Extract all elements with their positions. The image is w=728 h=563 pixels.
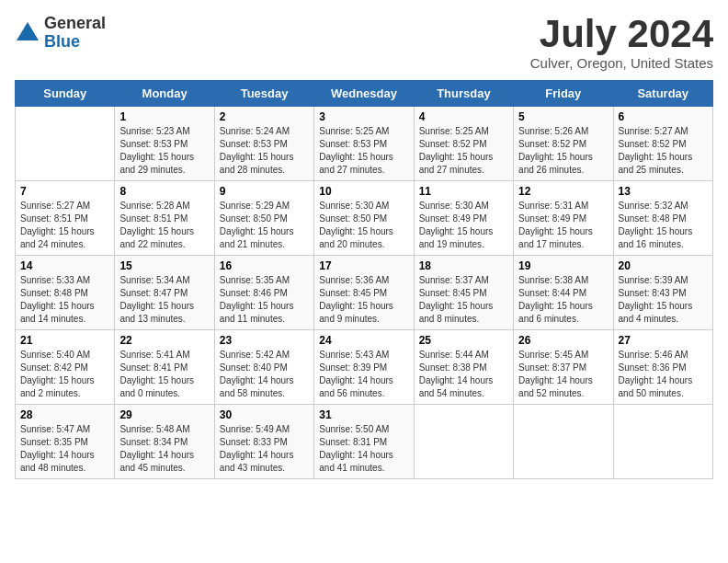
day-info: Sunrise: 5:50 AMSunset: 8:31 PMDaylight:…	[319, 423, 408, 475]
day-info: Sunrise: 5:27 AMSunset: 8:52 PMDaylight:…	[619, 125, 708, 177]
day-info: Sunrise: 5:29 AMSunset: 8:50 PMDaylight:…	[220, 200, 309, 251]
day-info: Sunrise: 5:30 AMSunset: 8:49 PMDaylight:…	[419, 200, 508, 251]
day-info: Sunrise: 5:46 AMSunset: 8:36 PMDaylight:…	[619, 349, 708, 400]
calendar-week-3: 14Sunrise: 5:33 AMSunset: 8:48 PMDayligh…	[16, 256, 713, 330]
header-monday: Monday	[115, 81, 214, 107]
location: Culver, Oregon, United States	[530, 55, 713, 71]
header-thursday: Thursday	[414, 81, 513, 107]
calendar-cell: 11Sunrise: 5:30 AMSunset: 8:49 PMDayligh…	[414, 181, 513, 256]
day-number: 31	[319, 408, 408, 421]
calendar-cell: 26Sunrise: 5:45 AMSunset: 8:37 PMDayligh…	[514, 330, 613, 405]
logo-icon	[15, 20, 40, 46]
calendar-week-4: 21Sunrise: 5:40 AMSunset: 8:42 PMDayligh…	[16, 330, 713, 405]
day-number: 4	[419, 110, 508, 123]
logo-text: General Blue	[44, 15, 106, 52]
calendar-cell: 28Sunrise: 5:47 AMSunset: 8:35 PMDayligh…	[16, 405, 115, 479]
calendar-cell: 15Sunrise: 5:34 AMSunset: 8:47 PMDayligh…	[115, 256, 214, 330]
calendar-cell: 21Sunrise: 5:40 AMSunset: 8:42 PMDayligh…	[16, 330, 115, 405]
title-block: July 2024 Culver, Oregon, United States	[530, 15, 713, 71]
day-number: 27	[619, 334, 708, 347]
calendar-cell: 4Sunrise: 5:25 AMSunset: 8:52 PMDaylight…	[414, 107, 513, 181]
page-header: General Blue July 2024 Culver, Oregon, U…	[15, 15, 713, 71]
calendar-week-2: 7Sunrise: 5:27 AMSunset: 8:51 PMDaylight…	[16, 181, 713, 256]
day-number: 20	[619, 259, 708, 272]
day-number: 14	[20, 259, 109, 272]
calendar-cell	[16, 107, 115, 181]
calendar-cell: 31Sunrise: 5:50 AMSunset: 8:31 PMDayligh…	[314, 405, 414, 479]
day-number: 11	[419, 185, 508, 198]
day-info: Sunrise: 5:40 AMSunset: 8:42 PMDaylight:…	[20, 349, 109, 400]
day-info: Sunrise: 5:30 AMSunset: 8:50 PMDaylight:…	[319, 200, 408, 251]
day-info: Sunrise: 5:37 AMSunset: 8:45 PMDaylight:…	[419, 274, 508, 326]
calendar-cell: 18Sunrise: 5:37 AMSunset: 8:45 PMDayligh…	[414, 256, 513, 330]
svg-rect-1	[24, 33, 31, 40]
day-info: Sunrise: 5:33 AMSunset: 8:48 PMDaylight:…	[20, 274, 109, 326]
calendar-header: Sunday Monday Tuesday Wednesday Thursday…	[16, 81, 713, 107]
calendar-cell	[514, 405, 613, 479]
calendar-cell: 1Sunrise: 5:23 AMSunset: 8:53 PMDaylight…	[115, 107, 214, 181]
day-number: 2	[220, 110, 309, 123]
day-number: 16	[220, 259, 309, 272]
day-info: Sunrise: 5:25 AMSunset: 8:52 PMDaylight:…	[419, 125, 508, 177]
day-info: Sunrise: 5:23 AMSunset: 8:53 PMDaylight:…	[119, 125, 209, 177]
day-number: 17	[319, 259, 408, 272]
day-number: 7	[20, 185, 109, 198]
day-number: 12	[518, 185, 608, 198]
calendar-cell: 17Sunrise: 5:36 AMSunset: 8:45 PMDayligh…	[314, 256, 414, 330]
header-wednesday: Wednesday	[314, 81, 414, 107]
calendar-week-1: 1Sunrise: 5:23 AMSunset: 8:53 PMDaylight…	[16, 107, 713, 181]
header-tuesday: Tuesday	[214, 81, 313, 107]
calendar-week-5: 28Sunrise: 5:47 AMSunset: 8:35 PMDayligh…	[16, 405, 713, 479]
day-number: 19	[518, 259, 608, 272]
calendar-cell: 30Sunrise: 5:49 AMSunset: 8:33 PMDayligh…	[214, 405, 313, 479]
day-info: Sunrise: 5:24 AMSunset: 8:53 PMDaylight:…	[220, 125, 309, 177]
day-number: 3	[319, 110, 408, 123]
day-info: Sunrise: 5:36 AMSunset: 8:45 PMDaylight:…	[319, 274, 408, 326]
day-info: Sunrise: 5:34 AMSunset: 8:47 PMDaylight:…	[119, 274, 209, 326]
calendar-body: 1Sunrise: 5:23 AMSunset: 8:53 PMDaylight…	[16, 107, 713, 479]
day-info: Sunrise: 5:38 AMSunset: 8:44 PMDaylight:…	[518, 274, 608, 326]
day-info: Sunrise: 5:27 AMSunset: 8:51 PMDaylight:…	[20, 200, 109, 251]
day-number: 6	[619, 110, 708, 123]
day-info: Sunrise: 5:32 AMSunset: 8:48 PMDaylight:…	[619, 200, 708, 251]
day-number: 1	[119, 110, 209, 123]
calendar-cell: 27Sunrise: 5:46 AMSunset: 8:36 PMDayligh…	[613, 330, 712, 405]
day-number: 28	[20, 408, 109, 421]
day-number: 13	[619, 185, 708, 198]
day-info: Sunrise: 5:49 AMSunset: 8:33 PMDaylight:…	[220, 423, 309, 475]
calendar-cell: 7Sunrise: 5:27 AMSunset: 8:51 PMDaylight…	[16, 181, 115, 256]
day-info: Sunrise: 5:48 AMSunset: 8:34 PMDaylight:…	[119, 423, 209, 475]
calendar-cell: 24Sunrise: 5:43 AMSunset: 8:39 PMDayligh…	[314, 330, 414, 405]
day-number: 21	[20, 334, 109, 347]
day-info: Sunrise: 5:35 AMSunset: 8:46 PMDaylight:…	[220, 274, 309, 326]
day-number: 30	[220, 408, 309, 421]
month-title: July 2024	[530, 15, 713, 53]
header-sunday: Sunday	[16, 81, 115, 107]
calendar-cell: 20Sunrise: 5:39 AMSunset: 8:43 PMDayligh…	[613, 256, 712, 330]
day-info: Sunrise: 5:28 AMSunset: 8:51 PMDaylight:…	[119, 200, 209, 251]
calendar-cell: 14Sunrise: 5:33 AMSunset: 8:48 PMDayligh…	[16, 256, 115, 330]
calendar-cell	[414, 405, 513, 479]
day-number: 10	[319, 185, 408, 198]
day-number: 18	[419, 259, 508, 272]
logo: General Blue	[15, 15, 106, 52]
day-info: Sunrise: 5:31 AMSunset: 8:49 PMDaylight:…	[518, 200, 608, 251]
calendar-cell: 8Sunrise: 5:28 AMSunset: 8:51 PMDaylight…	[115, 181, 214, 256]
day-info: Sunrise: 5:43 AMSunset: 8:39 PMDaylight:…	[319, 349, 408, 400]
calendar-cell: 25Sunrise: 5:44 AMSunset: 8:38 PMDayligh…	[414, 330, 513, 405]
calendar-cell: 12Sunrise: 5:31 AMSunset: 8:49 PMDayligh…	[514, 181, 613, 256]
day-number: 29	[119, 408, 209, 421]
calendar-cell: 5Sunrise: 5:26 AMSunset: 8:52 PMDaylight…	[514, 107, 613, 181]
calendar-cell: 29Sunrise: 5:48 AMSunset: 8:34 PMDayligh…	[115, 405, 214, 479]
calendar-cell	[613, 405, 712, 479]
calendar-cell: 9Sunrise: 5:29 AMSunset: 8:50 PMDaylight…	[214, 181, 313, 256]
calendar-table: Sunday Monday Tuesday Wednesday Thursday…	[15, 80, 713, 479]
day-info: Sunrise: 5:39 AMSunset: 8:43 PMDaylight:…	[619, 274, 708, 326]
day-info: Sunrise: 5:47 AMSunset: 8:35 PMDaylight:…	[20, 423, 109, 475]
calendar-cell: 22Sunrise: 5:41 AMSunset: 8:41 PMDayligh…	[115, 330, 214, 405]
day-number: 8	[119, 185, 209, 198]
day-number: 9	[220, 185, 309, 198]
calendar-cell: 6Sunrise: 5:27 AMSunset: 8:52 PMDaylight…	[613, 107, 712, 181]
calendar-cell: 19Sunrise: 5:38 AMSunset: 8:44 PMDayligh…	[514, 256, 613, 330]
day-number: 5	[518, 110, 608, 123]
